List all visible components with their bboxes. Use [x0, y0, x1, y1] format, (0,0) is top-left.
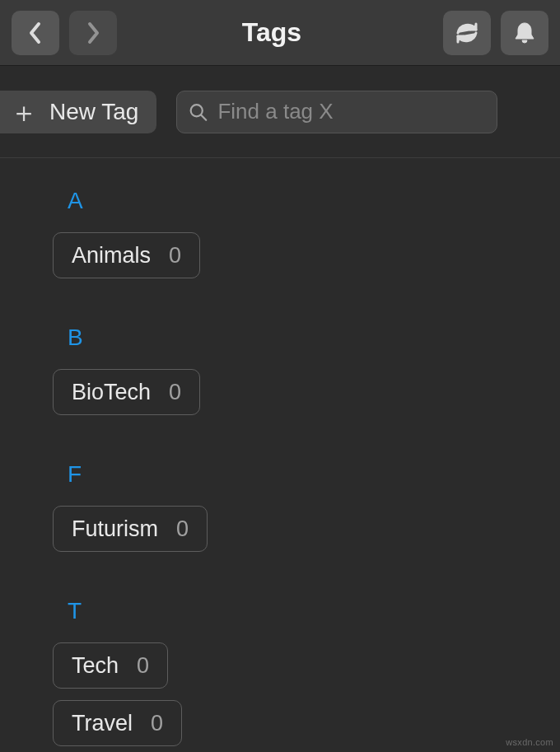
- tag-chip[interactable]: Futurism0: [53, 506, 208, 552]
- new-tag-label: New Tag: [49, 99, 138, 125]
- tag-list: AAnimals0BBioTech0FFuturism0TTech0Travel…: [0, 158, 560, 752]
- search-field[interactable]: [176, 91, 497, 133]
- tag-name: Animals: [72, 243, 151, 269]
- toolbar: Tags: [0, 0, 560, 66]
- tag-count: 0: [169, 243, 181, 269]
- chevron-left-icon: [26, 21, 44, 45]
- tag-section: TTech0Travel0: [53, 598, 560, 752]
- back-button[interactable]: [12, 11, 59, 55]
- page-title: Tags: [110, 17, 433, 48]
- search-input[interactable]: [217, 99, 485, 124]
- bell-icon: [512, 21, 537, 45]
- tag-name: Futurism: [72, 516, 158, 542]
- sync-icon: [454, 20, 480, 46]
- sync-button[interactable]: [443, 11, 491, 55]
- section-letter: F: [68, 461, 560, 488]
- svg-line-1: [201, 114, 206, 119]
- chevron-right-icon: [84, 21, 102, 45]
- plus-icon: ＋: [10, 98, 38, 126]
- tag-count: 0: [137, 653, 149, 679]
- tag-chip[interactable]: Travel0: [53, 700, 182, 746]
- section-letter: T: [68, 598, 560, 624]
- tag-count: 0: [151, 711, 163, 736]
- search-icon: [189, 101, 208, 123]
- new-tag-button[interactable]: ＋ New Tag: [0, 91, 156, 133]
- section-letter: A: [68, 188, 560, 214]
- watermark: wsxdn.com: [506, 737, 553, 747]
- tag-count: 0: [169, 380, 181, 405]
- action-row: ＋ New Tag: [0, 66, 560, 158]
- section-letter: B: [68, 325, 560, 351]
- forward-button[interactable]: [69, 11, 117, 55]
- tag-chip[interactable]: Animals0: [53, 232, 200, 278]
- tag-section: BBioTech0: [53, 325, 560, 427]
- tag-chip[interactable]: BioTech0: [53, 369, 200, 415]
- tag-name: Travel: [72, 711, 133, 736]
- tag-count: 0: [176, 516, 189, 542]
- tag-section: FFuturism0: [53, 461, 560, 563]
- tag-name: BioTech: [72, 380, 151, 405]
- tag-section: AAnimals0: [53, 188, 560, 290]
- tag-chip[interactable]: Tech0: [53, 642, 168, 689]
- notifications-button[interactable]: [501, 11, 548, 55]
- tag-name: Tech: [72, 653, 119, 679]
